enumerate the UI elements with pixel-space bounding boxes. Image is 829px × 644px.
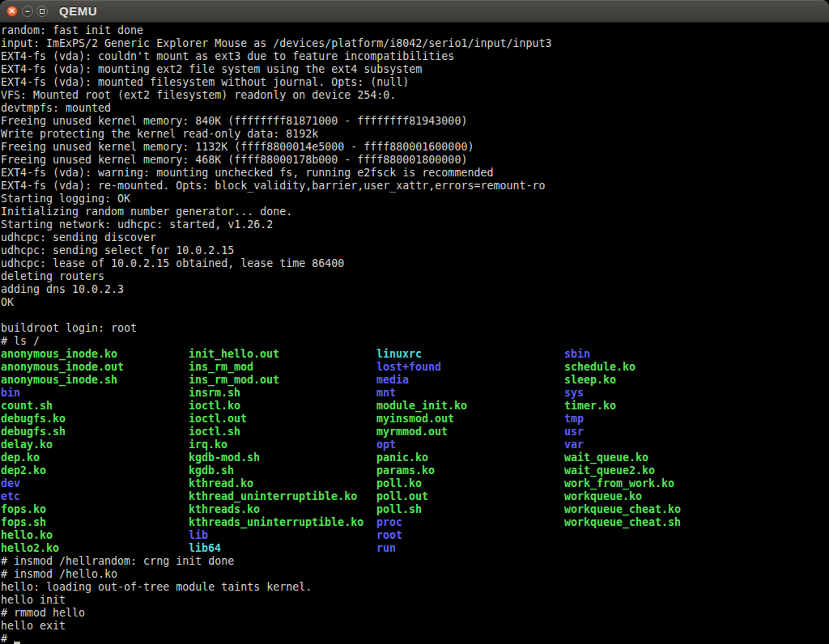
ls-entry: debugfs.ko: [1, 413, 189, 426]
console-line: input: ImExPS/2 Generic Explorer Mouse a…: [1, 37, 829, 50]
console-line: deleting routers: [1, 270, 829, 283]
console-line: udhcpc: lease of 10.0.2.15 obtained, lea…: [1, 257, 829, 270]
minimize-button[interactable]: −: [22, 6, 33, 17]
console-line: hello exit: [1, 620, 829, 633]
ls-entry: kthreads.ko: [189, 503, 376, 516]
maximize-icon: [40, 9, 45, 14]
ls-entry: sbin: [564, 348, 752, 361]
console-line: hello init: [1, 594, 829, 607]
ls-entry: panic.ko: [376, 451, 564, 464]
console-line: Write protecting the kernel read-only da…: [1, 128, 829, 141]
ls-entry: anonymous_inode.ko: [1, 348, 189, 361]
ls-entry: sys: [564, 387, 752, 400]
terminal-screen[interactable]: random: fast init doneinput: ImExPS/2 Ge…: [0, 23, 829, 644]
ls-entry: work_from_work.ko: [564, 477, 752, 490]
ls-entry: count.sh: [1, 400, 189, 413]
maximize-button[interactable]: [36, 6, 48, 17]
ls-entry: myinsmod.out: [376, 413, 564, 426]
ls-entry: tmp: [564, 413, 752, 426]
ls-entry: kgdb-mod.sh: [189, 451, 376, 464]
ls-entry: delay.ko: [1, 439, 189, 451]
ls-entry: poll.sh: [376, 503, 564, 516]
ls-entry: root: [376, 529, 564, 542]
ls-entry: dep2.ko: [1, 464, 189, 477]
ls-entry: params.ko: [376, 464, 564, 477]
ls-entry: lost+found: [376, 361, 564, 374]
ls-entry: usr: [564, 426, 752, 439]
ls-entry: wait_queue.ko: [564, 451, 752, 464]
ls-entry: run: [376, 542, 564, 555]
ls-entry: myrmmod.out: [376, 426, 564, 439]
ls-entry: wait_queue2.ko: [564, 464, 752, 477]
ls-entry: poll.out: [376, 490, 564, 503]
ls-entry: lib64: [189, 542, 376, 555]
ls-entry: ioctl.ko: [189, 400, 376, 413]
ls-entry: linuxrc: [376, 348, 564, 361]
console-line: # insmod /hellrandom: crng init done: [1, 555, 829, 568]
ls-entry: dep.ko: [1, 451, 189, 464]
ls-entry: var: [564, 439, 752, 451]
ls-entry: ins_rm_mod.out: [189, 374, 376, 387]
console-line: adding dns 10.0.2.3: [1, 283, 829, 296]
console-line: buildroot login: root: [1, 322, 829, 335]
console-line: udhcpc: sending select for 10.0.2.15: [1, 244, 829, 257]
console-line: Initializing random number generator... …: [1, 205, 829, 218]
ls-output: anonymous_inode.koanonymous_inode.outano…: [1, 348, 829, 555]
console-line: OK: [1, 296, 829, 309]
console-line: [1, 309, 829, 322]
ls-entry: anonymous_inode.out: [1, 361, 189, 374]
shell-prompt: #: [1, 633, 14, 644]
ls-entry: kthread_uninterruptible.ko: [189, 490, 376, 503]
console-line: EXT4-fs (vda): re-mounted. Opts: block_v…: [1, 180, 829, 193]
console-line: EXT4-fs (vda): mounting ext2 file system…: [1, 63, 829, 76]
ls-entry: kthread.ko: [189, 477, 376, 490]
console-line: Freeing unused kernel memory: 1132K (fff…: [1, 141, 829, 154]
console-line: hello: loading out-of-tree module taints…: [1, 581, 829, 594]
boot-log: random: fast init doneinput: ImExPS/2 Ge…: [1, 24, 829, 348]
console-line: # ls /: [1, 335, 829, 348]
ls-entry: workqueue_cheat.ko: [564, 503, 752, 516]
shell-log: # insmod /hellrandom: crng init done# in…: [1, 555, 829, 633]
console-line: EXT4-fs (vda): mounted filesystem withou…: [1, 76, 829, 89]
close-button[interactable]: ✕: [6, 6, 18, 17]
console-line: Starting logging: OK: [1, 193, 829, 205]
ls-entry: anonymous_inode.sh: [1, 374, 189, 387]
ls-entry: irq.ko: [189, 439, 376, 451]
ls-entry: debugfs.sh: [1, 426, 189, 439]
ls-entry: ioctl.sh: [189, 426, 376, 439]
ls-entry: sleep.ko: [564, 374, 752, 387]
ls-entry: kthreads_uninterruptible.ko: [189, 516, 376, 529]
ls-entry: ins_rm_mod: [189, 361, 376, 374]
ls-entry: hello.ko: [1, 529, 189, 542]
ls-entry: insrm.sh: [189, 387, 376, 400]
ls-entry: proc: [376, 516, 564, 529]
console-line: udhcpc: sending discover: [1, 231, 829, 244]
ls-entry: workqueue.ko: [564, 490, 752, 503]
console-line: Freeing unused kernel memory: 468K (ffff…: [1, 154, 829, 167]
ls-entry: mnt: [376, 387, 564, 400]
ls-entry: workqueue_cheat.sh: [564, 516, 752, 529]
ls-entry: hello2.ko: [1, 542, 189, 555]
ls-entry: dev: [1, 477, 189, 490]
console-line: VFS: Mounted root (ext2 filesystem) read…: [1, 89, 829, 102]
ls-entry: etc: [1, 490, 189, 503]
ls-entry: schedule.ko: [564, 361, 752, 374]
console-line: EXT4-fs (vda): warning: mounting uncheck…: [1, 167, 829, 180]
ls-entry: timer.ko: [564, 400, 752, 413]
ls-entry: module_init.ko: [376, 400, 564, 413]
ls-entry: kgdb.sh: [189, 464, 376, 477]
ls-entry: init_hello.out: [189, 348, 376, 361]
minimize-icon: −: [25, 7, 30, 16]
window-title: QEMU: [59, 4, 97, 18]
console-line: Starting network: udhcpc: started, v1.26…: [1, 218, 829, 231]
close-icon: ✕: [9, 7, 15, 15]
console-line: # insmod /hello.ko: [1, 568, 829, 581]
console-line: devtmpfs: mounted: [1, 102, 829, 115]
ls-entry: bin: [1, 387, 189, 400]
console-line: EXT4-fs (vda): couldn't mount as ext3 du…: [1, 50, 829, 63]
ls-entry: fops.sh: [1, 516, 189, 529]
ls-entry: poll.ko: [376, 477, 564, 490]
window-titlebar[interactable]: ✕ − QEMU: [0, 0, 829, 23]
shell-prompt-line: #: [1, 633, 829, 644]
ls-entry: media: [376, 374, 564, 387]
